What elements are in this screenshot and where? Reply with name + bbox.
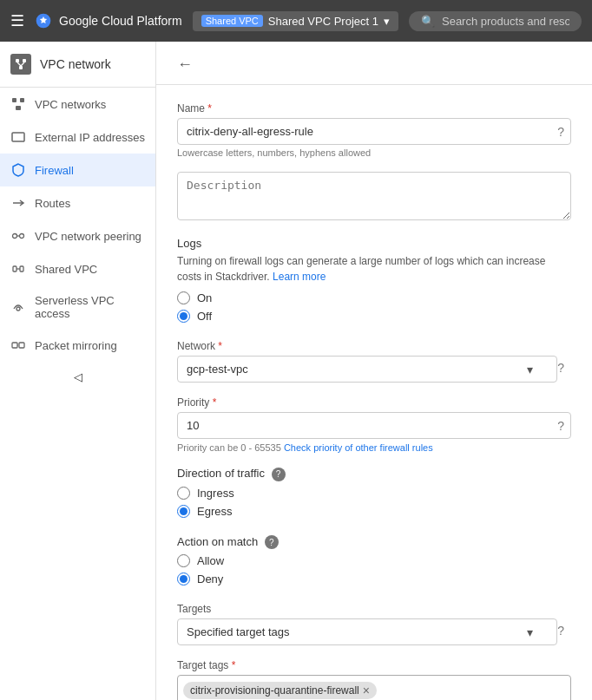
routes-icon bbox=[10, 195, 26, 211]
deny-label: Deny bbox=[197, 572, 223, 586]
targets-help-icon[interactable]: ? bbox=[557, 624, 564, 638]
sidebar-item-firewall[interactable]: Firewall bbox=[0, 154, 155, 186]
app-logo: Google Cloud Platform bbox=[35, 12, 182, 29]
menu-icon[interactable]: ☰ bbox=[10, 11, 24, 30]
sidebar-item-external-ip[interactable]: External IP addresses bbox=[0, 121, 155, 154]
page-header: ← bbox=[156, 42, 592, 85]
svg-rect-7 bbox=[20, 98, 24, 102]
targets-group: Targets Specified target tags ▾ ? bbox=[177, 603, 571, 645]
ingress-label: Ingress bbox=[197, 487, 234, 500]
logs-title: Logs bbox=[177, 237, 571, 250]
gcp-logo-icon bbox=[35, 12, 52, 29]
network-help-icon[interactable]: ? bbox=[557, 361, 564, 375]
logs-off-label: Off bbox=[197, 310, 212, 323]
svg-rect-16 bbox=[12, 343, 17, 348]
packet-mirroring-icon bbox=[10, 337, 26, 353]
sidebar-item-packet-mirroring[interactable]: Packet mirroring bbox=[0, 329, 155, 362]
egress-option[interactable]: Egress bbox=[177, 505, 571, 518]
sidebar-item-serverless-vpc[interactable]: Serverless VPC access bbox=[0, 285, 155, 329]
logs-radio-group: On Off bbox=[177, 291, 571, 323]
logs-off-option[interactable]: Off bbox=[177, 310, 571, 323]
sidebar-item-label: VPC network peering bbox=[35, 230, 141, 243]
svg-rect-1 bbox=[16, 59, 19, 62]
logs-section: Logs Turning on firewall logs can genera… bbox=[177, 237, 571, 323]
deny-radio[interactable] bbox=[177, 572, 190, 586]
sidebar-item-label: Serverless VPC access bbox=[35, 294, 145, 320]
allow-radio[interactable] bbox=[177, 554, 190, 567]
project-selector[interactable]: Shared VPC Shared VPC Project 1 ▾ bbox=[193, 11, 398, 31]
name-label: Name * bbox=[177, 102, 571, 114]
vpc-peering-icon bbox=[10, 228, 26, 244]
svg-rect-9 bbox=[12, 133, 24, 141]
ingress-option[interactable]: Ingress bbox=[177, 487, 571, 500]
sidebar-item-label: VPC networks bbox=[35, 98, 106, 111]
sidebar-item-label: Shared VPC bbox=[35, 263, 97, 276]
deny-option[interactable]: Deny bbox=[177, 572, 571, 586]
egress-radio[interactable] bbox=[177, 505, 190, 518]
svg-rect-14 bbox=[20, 266, 23, 271]
shared-vpc-icon bbox=[10, 261, 26, 277]
svg-rect-6 bbox=[12, 98, 16, 102]
collapse-icon: ◁ bbox=[74, 370, 82, 383]
search-bar[interactable]: 🔍 bbox=[409, 11, 582, 31]
direction-section: Direction of traffic ? Ingress Egress bbox=[177, 467, 571, 518]
sidebar-item-label: Routes bbox=[35, 197, 70, 210]
sidebar-item-label: Packet mirroring bbox=[35, 339, 117, 352]
external-ip-icon bbox=[10, 129, 26, 145]
priority-help-icon[interactable]: ? bbox=[557, 419, 564, 433]
project-dropdown-icon: ▾ bbox=[384, 15, 390, 28]
logs-on-option[interactable]: On bbox=[177, 291, 571, 304]
sidebar: VPC network VPC networks External IP add… bbox=[0, 42, 156, 700]
action-help-icon[interactable]: ? bbox=[265, 535, 279, 549]
main-content: ← Name * ? Lowercase letters, numbers, h… bbox=[156, 42, 592, 700]
action-section: Action on match ? Allow Deny bbox=[177, 535, 571, 586]
sidebar-collapse-button[interactable]: ◁ bbox=[0, 362, 155, 392]
sidebar-header: VPC network bbox=[0, 42, 155, 88]
description-group bbox=[177, 172, 571, 223]
network-row: gcp-test-vpc ▾ ? bbox=[177, 356, 571, 383]
svg-rect-17 bbox=[19, 343, 24, 348]
description-input[interactable] bbox=[177, 172, 571, 220]
target-tags-container[interactable]: citrix-provisioning-quarantine-firewall … bbox=[177, 675, 571, 700]
egress-label: Egress bbox=[197, 505, 232, 518]
search-input[interactable] bbox=[442, 15, 569, 28]
logs-on-radio[interactable] bbox=[177, 291, 190, 304]
svg-rect-13 bbox=[13, 266, 16, 271]
targets-label: Targets bbox=[177, 603, 571, 615]
svg-line-5 bbox=[21, 62, 24, 66]
tag-chip: citrix-provisioning-quarantine-firewall … bbox=[183, 682, 377, 699]
priority-input[interactable] bbox=[177, 412, 571, 439]
action-title: Action on match ? bbox=[177, 535, 571, 550]
project-name: Shared VPC Project 1 bbox=[268, 15, 378, 28]
sidebar-item-vpc-peering[interactable]: VPC network peering bbox=[0, 219, 155, 252]
network-select[interactable]: gcp-test-vpc bbox=[177, 356, 557, 383]
top-nav: ☰ Google Cloud Platform Shared VPC Share… bbox=[0, 0, 592, 42]
name-help-icon[interactable]: ? bbox=[557, 125, 564, 139]
targets-select[interactable]: Specified target tags bbox=[177, 618, 557, 645]
logs-off-radio[interactable] bbox=[177, 310, 190, 323]
priority-check-link[interactable]: Check priority of other firewall rules bbox=[284, 442, 433, 453]
direction-help-icon[interactable]: ? bbox=[272, 468, 286, 481]
vpc-network-icon bbox=[10, 54, 31, 75]
back-button[interactable]: ← bbox=[177, 56, 193, 74]
tag-remove-button[interactable]: × bbox=[363, 684, 370, 697]
sidebar-item-routes[interactable]: Routes bbox=[0, 186, 155, 219]
sidebar-item-label: External IP addresses bbox=[35, 131, 145, 144]
vpc-networks-icon bbox=[10, 96, 26, 112]
allow-option[interactable]: Allow bbox=[177, 554, 571, 567]
logs-desc: Turning on firewall logs can generate a … bbox=[177, 253, 571, 285]
action-radio-group: Allow Deny bbox=[177, 554, 571, 586]
svg-point-11 bbox=[20, 234, 24, 239]
ingress-radio[interactable] bbox=[177, 487, 190, 500]
sidebar-item-vpc-networks[interactable]: VPC networks bbox=[0, 88, 155, 121]
network-group: Network * gcp-test-vpc ▾ ? bbox=[177, 340, 571, 383]
logo-text: Google Cloud Platform bbox=[59, 14, 182, 28]
serverless-vpc-icon bbox=[10, 299, 26, 315]
sidebar-item-shared-vpc[interactable]: Shared VPC bbox=[0, 252, 155, 285]
name-input[interactable] bbox=[177, 118, 571, 145]
learn-more-link[interactable]: Learn more bbox=[273, 271, 326, 283]
sidebar-title: VPC network bbox=[40, 57, 111, 71]
priority-info: Priority can be 0 - 65535 Check priority… bbox=[177, 442, 571, 453]
tag-value: citrix-provisioning-quarantine-firewall bbox=[190, 684, 359, 697]
firewall-icon bbox=[10, 162, 26, 178]
